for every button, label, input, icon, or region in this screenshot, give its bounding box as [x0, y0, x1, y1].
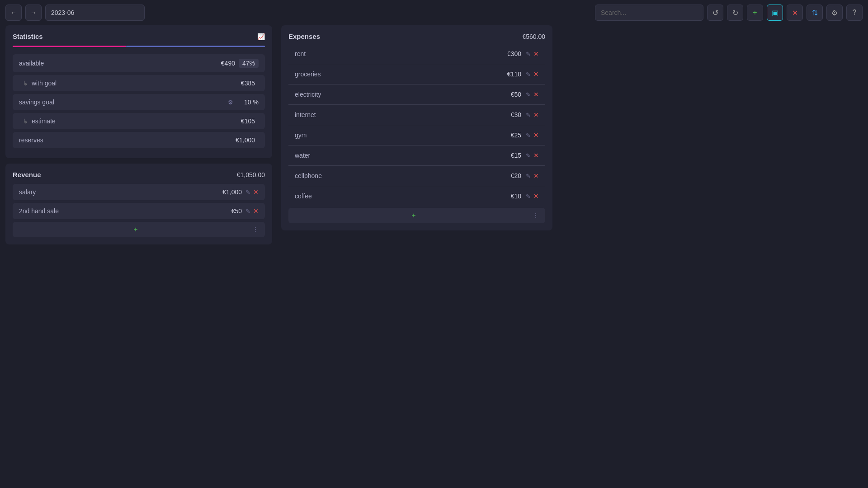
- revenue-header: Revenue €1,050.00: [13, 171, 265, 178]
- stat-available-label: available: [19, 60, 221, 67]
- layout-button[interactable]: ▣: [767, 5, 783, 21]
- topbar: ← → ↺ ↻ + ▣ ✕ ⇅ ⚙ ?: [0, 0, 868, 25]
- water-edit-icon[interactable]: ✎: [526, 152, 531, 159]
- stat-savings-goal-label: savings goal: [19, 99, 224, 106]
- left-column: Statistics 📈 available €490 47% ↳ with g…: [5, 25, 272, 488]
- 2nd-hand-edit-icon[interactable]: ✎: [245, 208, 250, 215]
- savings-gear-icon[interactable]: ⚙: [228, 99, 233, 106]
- revenue-sort-icon[interactable]: ⋮: [252, 226, 259, 233]
- cellphone-delete-icon[interactable]: ✕: [533, 172, 539, 179]
- internet-edit-icon[interactable]: ✎: [526, 112, 531, 118]
- revenue-add-icon: +: [19, 225, 252, 234]
- statistics-panel: Statistics 📈 available €490 47% ↳ with g…: [5, 25, 272, 158]
- expenses-sort-icon[interactable]: ⋮: [533, 212, 539, 219]
- groceries-value: €110: [507, 70, 521, 78]
- expense-divider-2: [288, 84, 545, 84]
- progress-blue: [126, 46, 265, 47]
- stat-with-goal-value: €385: [241, 80, 255, 87]
- cellphone-label: cellphone: [295, 172, 511, 179]
- rent-delete-icon[interactable]: ✕: [533, 50, 539, 57]
- internet-label: internet: [295, 111, 511, 118]
- stat-estimate-value: €105: [241, 117, 255, 125]
- progress-pink: [13, 46, 126, 47]
- right-column: Expenses €560.00 rent €300 ✎ ✕ groceries…: [281, 25, 552, 488]
- stat-reserves-label: reserves: [19, 136, 236, 144]
- coffee-edit-icon[interactable]: ✎: [526, 193, 531, 200]
- salary-label: salary: [19, 188, 222, 196]
- help-icon: ?: [853, 9, 857, 17]
- revenue-item-salary: salary €1,000 ✎ ✕: [13, 184, 265, 200]
- 2nd-hand-label: 2nd hand sale: [19, 207, 231, 215]
- coffee-value: €10: [511, 192, 521, 200]
- savings-goal-input[interactable]: [233, 99, 251, 106]
- estimate-arrow: ↳: [23, 117, 28, 125]
- add-button[interactable]: +: [747, 5, 763, 21]
- refresh1-icon: ↺: [712, 9, 718, 17]
- refresh2-button[interactable]: ↻: [727, 5, 743, 21]
- add-icon: +: [753, 9, 757, 17]
- water-delete-icon[interactable]: ✕: [533, 152, 539, 159]
- expense-divider-6: [288, 165, 545, 166]
- settings-button[interactable]: ⚙: [826, 5, 843, 21]
- salary-delete-icon[interactable]: ✕: [253, 188, 259, 196]
- internet-delete-icon[interactable]: ✕: [533, 111, 539, 118]
- expenses-panel: Expenses €560.00 rent €300 ✎ ✕ groceries…: [281, 25, 552, 230]
- stat-available: available €490 47%: [13, 54, 265, 72]
- revenue-panel: Revenue €1,050.00 salary €1,000 ✎ ✕ 2nd …: [5, 164, 272, 244]
- refresh1-button[interactable]: ↺: [707, 5, 723, 21]
- search-input[interactable]: [595, 5, 703, 21]
- close-button[interactable]: ✕: [787, 5, 803, 21]
- 2nd-hand-value: €50: [231, 207, 242, 215]
- expense-divider-7: [288, 186, 545, 186]
- stat-reserves-value: €1,000: [236, 136, 255, 144]
- stat-with-goal-label: ↳ with goal: [19, 80, 241, 87]
- stat-available-value: €490: [221, 60, 235, 67]
- gym-delete-icon[interactable]: ✕: [533, 131, 539, 139]
- gym-label: gym: [295, 131, 511, 139]
- gym-value: €25: [511, 131, 521, 139]
- electricity-edit-icon[interactable]: ✎: [526, 91, 531, 98]
- refresh2-icon: ↻: [732, 9, 738, 17]
- cellphone-edit-icon[interactable]: ✎: [526, 173, 531, 179]
- gym-edit-icon[interactable]: ✎: [526, 132, 531, 139]
- stat-estimate-label: ↳ estimate: [19, 117, 241, 125]
- expense-item-coffee: coffee €10 ✎ ✕: [288, 188, 545, 204]
- expenses-title: Expenses: [288, 33, 320, 40]
- 2nd-hand-delete-icon[interactable]: ✕: [253, 207, 259, 215]
- chart-icon[interactable]: 📈: [257, 33, 265, 40]
- rent-edit-icon[interactable]: ✎: [526, 51, 531, 57]
- revenue-title: Revenue: [13, 171, 41, 178]
- expense-item-electricity: electricity €50 ✎ ✕: [288, 86, 545, 103]
- groceries-delete-icon[interactable]: ✕: [533, 70, 539, 78]
- groceries-label: groceries: [295, 70, 507, 78]
- stat-savings-goal: savings goal ⚙ %: [13, 94, 265, 110]
- expenses-add-row[interactable]: + ⋮: [288, 208, 545, 223]
- internet-value: €30: [511, 111, 521, 118]
- arrows-button[interactable]: ⇅: [807, 5, 823, 21]
- expense-divider-3: [288, 104, 545, 105]
- stat-with-goal: ↳ with goal €385: [13, 75, 265, 91]
- stat-available-percent: 47%: [239, 59, 259, 68]
- help-button[interactable]: ?: [846, 5, 863, 21]
- layout-icon: ▣: [772, 9, 778, 17]
- electricity-label: electricity: [295, 91, 511, 98]
- main-content: Statistics 📈 available €490 47% ↳ with g…: [0, 25, 868, 488]
- rent-value: €300: [507, 50, 521, 57]
- groceries-edit-icon[interactable]: ✎: [526, 71, 531, 78]
- cellphone-value: €20: [511, 172, 521, 179]
- expenses-header: Expenses €560.00: [288, 33, 545, 40]
- water-value: €15: [511, 152, 521, 159]
- back-button[interactable]: ←: [5, 5, 22, 21]
- salary-edit-icon[interactable]: ✎: [245, 189, 250, 196]
- settings-icon: ⚙: [831, 9, 838, 17]
- electricity-delete-icon[interactable]: ✕: [533, 91, 539, 98]
- expenses-add-icon: +: [295, 211, 533, 220]
- revenue-add-row[interactable]: + ⋮: [13, 222, 265, 237]
- coffee-delete-icon[interactable]: ✕: [533, 192, 539, 200]
- arrows-icon: ⇅: [812, 9, 818, 17]
- date-input[interactable]: [45, 5, 145, 21]
- expense-divider-5: [288, 145, 545, 145]
- stat-reserves: reserves €1,000: [13, 132, 265, 148]
- forward-button[interactable]: →: [25, 5, 42, 21]
- expense-item-cellphone: cellphone €20 ✎ ✕: [288, 168, 545, 184]
